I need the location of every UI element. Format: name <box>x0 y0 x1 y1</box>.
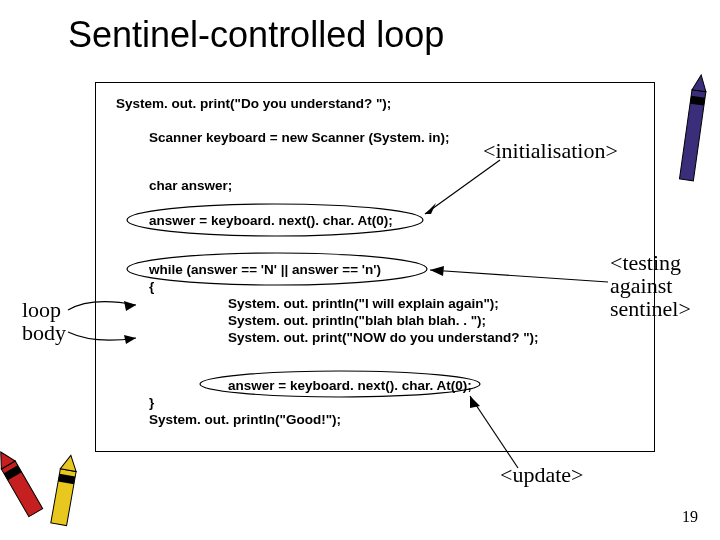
page-title: Sentinel-controlled loop <box>68 14 444 56</box>
code-line-2: Scanner keyboard = new Scanner (System. … <box>149 130 449 145</box>
svg-marker-15 <box>60 454 78 472</box>
code-line-6: { <box>149 279 154 294</box>
code-line-1: System. out. print("Do you understand? "… <box>116 96 391 111</box>
svg-rect-11 <box>1 461 42 517</box>
tag-init: <initialisation> <box>483 138 618 164</box>
code-line-12: System. out. println("Good!"); <box>149 412 341 427</box>
code-line-10: answer = keyboard. next(). char. At(0); <box>228 378 472 393</box>
svg-rect-14 <box>51 469 76 526</box>
code-line-3: char answer; <box>149 178 232 193</box>
crayon-decoration-left <box>0 400 105 540</box>
code-line-5: while (answer == 'N' || answer == 'n') <box>149 262 381 277</box>
svg-rect-16 <box>58 474 75 485</box>
svg-marker-18 <box>692 74 708 92</box>
page-number: 19 <box>682 508 698 526</box>
label-loop-2: body <box>22 320 66 346</box>
svg-rect-19 <box>690 96 705 106</box>
code-line-11: } <box>149 395 154 410</box>
tag-test-3: sentinel> <box>610 296 691 322</box>
svg-rect-13 <box>4 465 22 480</box>
code-line-4: answer = keyboard. next(). char. At(0); <box>149 213 393 228</box>
crayon-decoration-right <box>670 60 720 220</box>
tag-update: <update> <box>500 462 583 488</box>
code-line-7: System. out. println("I will explain aga… <box>228 296 499 311</box>
code-line-8: System. out. println("blah blah blah. . … <box>228 313 486 328</box>
svg-rect-17 <box>679 90 705 181</box>
svg-marker-12 <box>0 448 15 469</box>
code-line-9: System. out. print("NOW do you understan… <box>228 330 539 345</box>
